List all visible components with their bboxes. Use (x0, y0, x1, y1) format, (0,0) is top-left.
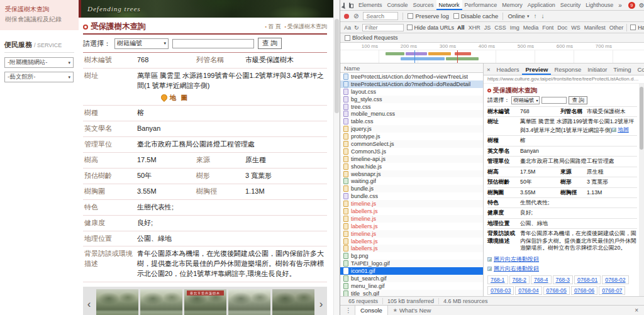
name-column-header[interactable]: Name (340, 64, 483, 73)
detail-tab[interactable]: Cookies (635, 64, 644, 75)
timeline-waterfall[interactable] (340, 50, 644, 63)
devtools-tab[interactable]: Performance (462, 0, 500, 10)
photo-link[interactable]: 0768-06 (571, 286, 597, 295)
search-button[interactable]: 查 詢 (258, 38, 282, 49)
page-scrollbar[interactable] (333, 0, 340, 315)
breadcrumb-item[interactable]: ▪首 頁 (265, 23, 281, 31)
photo-link[interactable]: 768-1 (487, 275, 508, 284)
more-tabs-icon[interactable]: » (616, 0, 625, 10)
devtools-tab[interactable]: Memory (499, 0, 525, 10)
resource-type-chip[interactable]: XHR (469, 25, 480, 31)
preserve-log-checkbox[interactable]: Preserve log (408, 13, 448, 19)
request-row[interactable]: bg.png (340, 252, 483, 260)
sidebar-menu-link[interactable]: 受保護樹木查詢 (5, 4, 74, 14)
photo-link[interactable]: 0768-02 (602, 275, 628, 284)
request-row[interactable]: labellers.js (340, 245, 483, 252)
photo-link[interactable]: 0768-07 (599, 286, 625, 295)
request-row[interactable]: labellers.js (340, 238, 483, 245)
devtools-tab[interactable]: Network (436, 0, 462, 10)
request-row[interactable]: labellers.js (340, 207, 483, 215)
request-row[interactable]: prototype.js (340, 133, 483, 140)
throttling-select[interactable]: Online▾ (508, 13, 529, 19)
carousel-prev-button[interactable]: ‹ (85, 299, 93, 309)
scrollbar-thumb[interactable] (335, 19, 339, 113)
carousel-photo[interactable] (96, 289, 138, 315)
devtools-tab[interactable]: Sources (411, 0, 436, 10)
scroll-left-link[interactable]: 圖片向左捲動按鈕 (487, 255, 637, 263)
request-row[interactable]: waiting.gif (340, 177, 483, 185)
photo-link[interactable]: 768-3 (553, 275, 574, 284)
request-row[interactable]: websnapr.js (340, 170, 483, 178)
request-row[interactable]: but_search.gif (340, 275, 483, 282)
map-button[interactable]: 地 圖 (161, 93, 327, 102)
export-har-icon[interactable]: ↓ (541, 13, 544, 19)
search-type-select[interactable]: 樹籍編號▾ (114, 38, 169, 49)
request-row[interactable]: jquery.js (340, 125, 483, 133)
resource-type-chip[interactable]: Img (510, 25, 519, 31)
detail-tab[interactable]: Preview (522, 64, 551, 75)
disable-cache-checkbox[interactable]: Disable cache (453, 13, 499, 19)
tree-id-input[interactable] (172, 39, 254, 48)
devtools-tab[interactable]: Elements (356, 0, 385, 10)
drawer-close-icon[interactable]: × (632, 307, 641, 314)
resource-type-chip[interactable]: Doc (557, 25, 567, 31)
photo-link[interactable]: 768-4 (531, 275, 552, 284)
photo-link[interactable]: 768-2 (509, 275, 530, 284)
drawer-tab[interactable]: ★What's New (388, 306, 436, 315)
carousel-photo[interactable]: 臺北市受保護樹木 (184, 289, 226, 315)
breadcrumb-item[interactable]: ▪受保護樹木查詢 (285, 23, 327, 31)
resource-type-chip[interactable]: JS (484, 25, 491, 31)
request-row[interactable]: mobile_menu.css (340, 110, 483, 118)
request-row[interactable]: bg_style.css (340, 96, 483, 103)
devtools-tab[interactable]: Console (385, 0, 411, 10)
hide-data-urls-checkbox[interactable]: Hide data URLs (407, 25, 455, 31)
detail-tab[interactable]: Initiator (584, 64, 610, 75)
request-row[interactable]: commonSelect.js (340, 140, 483, 148)
has-blocked-cookies-checkbox[interactable]: Has blocked cookies (630, 25, 644, 31)
error-count-badge[interactable]: 9 (628, 2, 635, 9)
refresh-icon[interactable]: ↻ (354, 25, 359, 31)
inspect-icon[interactable] (343, 3, 345, 8)
detail-tab[interactable]: Timing (610, 64, 634, 75)
network-filter-input[interactable] (362, 24, 404, 31)
request-row[interactable]: show.hide.js (340, 163, 483, 170)
photo-link[interactable]: 0768-03 (487, 286, 514, 295)
resource-type-chip[interactable]: WS (571, 25, 580, 31)
service-dropdown[interactable]: -藝文館所-▾ (4, 72, 74, 82)
request-row[interactable]: tree.css (340, 103, 483, 111)
photo-link[interactable]: 0768-01 (574, 275, 601, 284)
request-row[interactable]: layout.css (340, 88, 483, 96)
request-row[interactable]: timeline-api.js (340, 155, 483, 163)
close-detail-icon[interactable]: × (484, 66, 494, 73)
preview-search-button[interactable]: 查 詢 (569, 96, 587, 104)
photo-link[interactable]: 0768-04 (515, 286, 541, 295)
devtools-tab[interactable]: Lighthouse (583, 0, 616, 10)
request-row[interactable]: timeline.js (340, 200, 483, 207)
devtools-tab[interactable]: Security (558, 0, 584, 10)
request-row[interactable]: timeline.js (340, 230, 483, 238)
device-toolbar-icon[interactable] (349, 3, 350, 8)
network-search-input[interactable] (363, 12, 398, 20)
request-row[interactable]: TAIPEI_logo.gif (340, 260, 483, 267)
detail-tab[interactable]: Response (551, 64, 584, 75)
request-row[interactable]: treeProtectListAction.do?method=viewTree… (340, 73, 483, 80)
service-dropdown[interactable]: -附屬機關網站-▾ (4, 57, 74, 68)
request-row[interactable]: labellers.js (340, 223, 483, 230)
resource-type-chip[interactable]: Manifest (584, 25, 606, 31)
request-row[interactable]: treeProtectListAction.do?method=doReadDe… (340, 80, 483, 88)
request-row[interactable]: bundle.css (340, 192, 483, 200)
import-har-icon[interactable]: ↑ (533, 13, 536, 19)
resource-type-chip[interactable]: All (457, 25, 465, 31)
request-row[interactable]: bundle.js (340, 185, 483, 192)
request-row[interactable]: icon01.gif (340, 267, 483, 275)
detail-tab[interactable]: Headers (494, 64, 523, 75)
settings-gear-icon[interactable]: ⚙ (639, 2, 644, 9)
drawer-tab[interactable]: Console (355, 306, 388, 315)
match-case-icon[interactable]: Aa (344, 25, 351, 31)
drawer-menu-icon[interactable]: ⋮ (343, 307, 353, 314)
sidebar-menu-link[interactable]: 樹保會議議程及紀錄 (5, 14, 74, 25)
map-link[interactable]: 地圖 (612, 126, 629, 133)
request-row[interactable]: timeline.js (340, 215, 483, 223)
resource-type-chip[interactable]: CSS (494, 25, 506, 31)
scrollbar-thumb[interactable] (640, 87, 643, 150)
